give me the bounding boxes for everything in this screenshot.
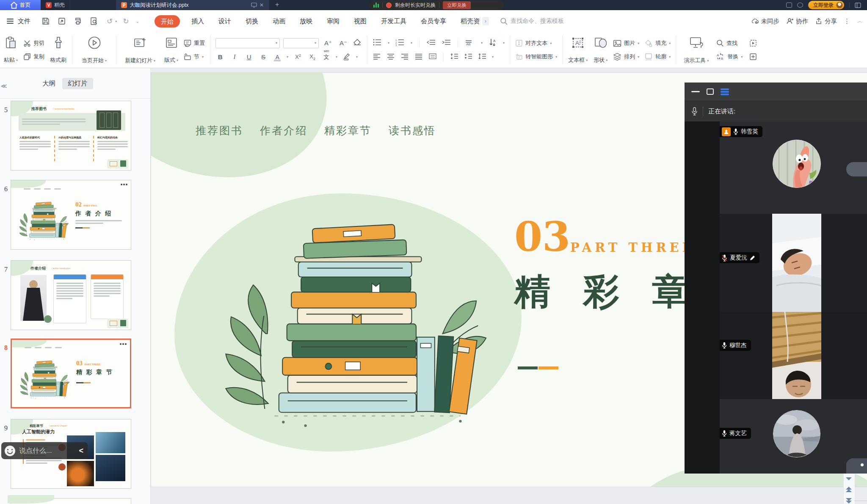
layout-switch-icon[interactable] [855, 3, 861, 8]
align-right-button[interactable] [400, 53, 409, 61]
slide-thumbnail-8[interactable]: 03 PART THREE 精 彩 章 节 [11, 339, 131, 408]
clipped-tool-1[interactable] [749, 38, 757, 49]
print-icon[interactable] [74, 17, 82, 25]
new-tab-button[interactable]: + [275, 0, 279, 10]
window-icon-2[interactable] [797, 3, 803, 8]
slide-thumbnail-6[interactable]: 02 PART TWO 作 者 介 绍 [11, 180, 131, 250]
ribbon-tab-start[interactable]: 开始 [155, 15, 180, 28]
new-slide-button[interactable]: 新建幻灯片▾ [119, 34, 161, 66]
strikethrough-button[interactable]: S [259, 53, 268, 61]
to-smart-graphic-button[interactable]: 转智能图形▾ [515, 51, 557, 62]
collapse-panel-icon[interactable]: ≪ [1, 83, 7, 89]
minimize-icon[interactable] [691, 91, 700, 92]
reset-button[interactable]: 重置 [184, 38, 205, 49]
more-menu-icon[interactable]: ⋮ [844, 17, 850, 25]
italic-button[interactable]: I [230, 53, 239, 61]
tab-document[interactable]: P 大咖阅读计划研讨会.pptx ✕ [116, 0, 269, 10]
share-button[interactable]: 分享 [815, 17, 837, 25]
shapes-button[interactable]: 形状▾ [591, 34, 610, 66]
emoji-icon[interactable] [5, 446, 15, 456]
subscript-button[interactable]: X2 [308, 53, 317, 61]
play-from-page-button[interactable]: 当页开始▾ [75, 34, 113, 66]
ribbon-tab-devtools[interactable]: 开发工具 [374, 10, 414, 32]
cut-button[interactable]: 剪切 [23, 38, 44, 49]
slide-thumbnail-10[interactable] [11, 498, 131, 504]
rename-pencil-icon[interactable] [750, 255, 755, 261]
main-menu-icon[interactable] [7, 19, 14, 24]
ribbon-tab-member[interactable]: 会员专享 [414, 10, 453, 32]
underline-button[interactable]: U [244, 53, 254, 61]
picture-button[interactable]: 图片▾ [613, 38, 639, 49]
meeting-titlebar[interactable] [685, 83, 867, 101]
export-icon[interactable] [58, 17, 66, 25]
chat-input-bar[interactable]: 说点什么... < [1, 442, 88, 459]
copy-button[interactable]: 复制 [23, 51, 44, 62]
slide-thumbnail-5[interactable]: 推荐图书 / recommended books 人机协作的新时代 AI的伦理与… [11, 101, 131, 171]
meeting-status-bar[interactable]: 剩余时长实时兑换 立即兑换 [369, 0, 504, 10]
outline-button[interactable]: 轮廓▾ [644, 51, 671, 62]
maximize-icon[interactable] [707, 88, 714, 95]
ribbon-tab-docer-res[interactable]: 稻壳资 [453, 10, 481, 32]
replace-button[interactable]: AB 替换▾ [716, 51, 743, 62]
bold-button[interactable]: B [215, 53, 225, 61]
ribbon-tab-insert[interactable]: 插入 [184, 10, 211, 32]
line-spacing-button[interactable] [478, 53, 486, 61]
slide-thumbnail-7[interactable]: 作者介绍 / author introduction [11, 260, 131, 330]
ribbon-tab-animation[interactable]: 动画 [265, 10, 293, 32]
sync-status[interactable]: 未同步 [751, 17, 780, 25]
collab-button[interactable]: 协作 [786, 17, 808, 25]
meeting-menu-icon[interactable] [721, 88, 729, 95]
ribbon-tab-review[interactable]: 审阅 [320, 10, 347, 32]
numbering-button[interactable]: 123 [395, 39, 405, 48]
participant-tile-mushijie[interactable] [720, 312, 867, 399]
text-direction-button[interactable]: AB [465, 39, 475, 47]
ribbon-overflow-arrow[interactable]: › [482, 17, 489, 25]
panel-side-handle[interactable] [846, 162, 867, 176]
bullets-button[interactable] [373, 39, 382, 48]
tab-home[interactable]: 首页 [0, 0, 41, 10]
collapse-ribbon-icon[interactable]: ︿ [857, 17, 863, 25]
phonetic-dropdown[interactable]: ▾ [336, 55, 337, 59]
font-family-select[interactable]: ▾ [215, 38, 280, 48]
section-button[interactable]: 节▾ [184, 51, 205, 62]
command-search[interactable]: 查找命令、搜索模板 [500, 17, 564, 25]
superscript-button[interactable]: X2 [293, 53, 303, 60]
quickbar-custom-icon[interactable]: ⌄ [136, 19, 139, 24]
highlight-button[interactable] [342, 52, 351, 62]
login-button[interactable]: 立即登录 [808, 1, 844, 9]
meeting-bar-button[interactable]: 立即兑换 [443, 1, 471, 9]
format-painter-button[interactable]: 格式刷 [47, 34, 69, 66]
ribbon-tab-slideshow[interactable]: 放映 [293, 10, 320, 32]
ribbon-tab-transition[interactable]: 切换 [238, 10, 265, 32]
font-size-select[interactable]: ▾ [283, 38, 319, 48]
panel-bottom-handle[interactable] [846, 458, 867, 474]
prev-slide-icon-b[interactable] [846, 489, 852, 492]
tab-slides[interactable]: 幻灯片 [62, 78, 93, 89]
distribute-button[interactable] [428, 53, 437, 61]
window-icon-1[interactable] [786, 3, 792, 8]
layout-button[interactable]: 版式▾ [161, 34, 181, 66]
align-text-button[interactable]: 对齐文本▾ [515, 38, 557, 49]
line-spacing-up-button[interactable] [450, 53, 458, 61]
undo-dropdown-icon[interactable]: ▾ [115, 19, 117, 23]
paste-button[interactable]: 粘贴▾ [1, 34, 21, 66]
grow-font-button[interactable]: A⁺ [322, 39, 334, 47]
menu-file[interactable]: 文件 [18, 17, 30, 25]
tab-docer[interactable]: V 稻壳 [41, 0, 70, 10]
clipped-tool-2[interactable] [749, 51, 757, 62]
shrink-font-button[interactable]: A⁻ [337, 39, 349, 47]
close-tab-icon[interactable]: ✕ [260, 2, 264, 8]
justify-button[interactable] [414, 53, 423, 61]
clear-format-button[interactable] [353, 39, 362, 48]
align-center-button[interactable] [387, 53, 395, 61]
text-box-button[interactable]: A 文本框▾ [565, 34, 591, 66]
font-color-dropdown[interactable]: ▾ [287, 55, 288, 59]
ribbon-tab-view[interactable]: 视图 [347, 10, 374, 32]
chat-collapse-icon[interactable]: < [79, 447, 83, 454]
increase-indent-button[interactable] [442, 39, 451, 47]
scroll-down-icon[interactable] [846, 477, 852, 480]
line-spacing-down-button[interactable] [464, 53, 472, 61]
print-preview-icon[interactable] [90, 17, 98, 25]
sort-text-button[interactable]: A [489, 38, 497, 48]
ribbon-tab-design[interactable]: 设计 [211, 10, 238, 32]
